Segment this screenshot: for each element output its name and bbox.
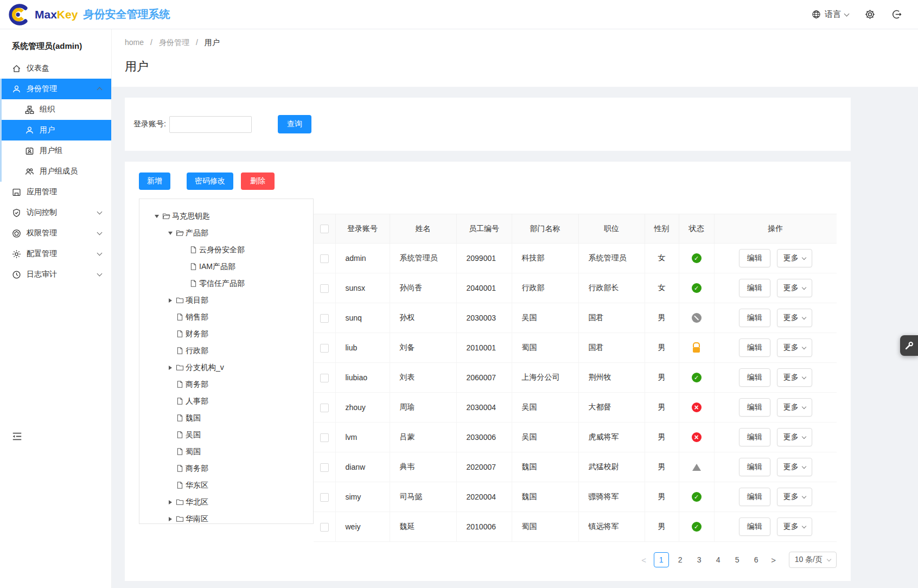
tree-node[interactable]: 华北区	[139, 494, 313, 510]
edit-button[interactable]: 编辑	[739, 428, 770, 446]
more-button[interactable]: 更多	[777, 249, 812, 267]
more-button[interactable]: 更多	[777, 338, 812, 357]
edit-button[interactable]: 编辑	[739, 488, 770, 506]
more-button[interactable]: 更多	[777, 368, 812, 387]
tree-node[interactable]: 人事部	[139, 393, 313, 410]
page-button-6[interactable]: 6	[749, 552, 764, 567]
more-button[interactable]: 更多	[777, 517, 812, 536]
edit-button[interactable]: 编辑	[739, 458, 770, 476]
sidebar-item-configuration[interactable]: 配置管理	[0, 244, 111, 264]
col-position: 职位	[578, 214, 645, 244]
login-account-input[interactable]	[169, 116, 252, 133]
row-checkbox[interactable]	[320, 523, 329, 532]
tree-node[interactable]: 华南区	[139, 510, 313, 524]
folder-open-icon	[162, 212, 170, 220]
tree-node[interactable]: IAM产品部	[139, 258, 313, 275]
select-all-checkbox[interactable]	[320, 225, 329, 233]
sidebar-item-identity[interactable]: 身份管理	[0, 79, 111, 99]
tree-node[interactable]: 销售部	[139, 309, 313, 325]
delete-button[interactable]: 删除	[241, 172, 275, 190]
tree-node[interactable]: 财务部	[139, 325, 313, 342]
sidebar-item-permissions[interactable]: 权限管理	[0, 223, 111, 244]
cell-department: 蜀国	[512, 333, 578, 363]
language-switcher[interactable]: 语言	[812, 9, 849, 20]
edit-button[interactable]: 编辑	[739, 398, 770, 417]
page-button-5[interactable]: 5	[730, 552, 745, 567]
edit-button[interactable]: 编辑	[739, 368, 770, 387]
more-button[interactable]: 更多	[777, 488, 812, 506]
row-checkbox[interactable]	[320, 284, 329, 293]
edit-button[interactable]: 编辑	[739, 279, 770, 297]
edit-button[interactable]: 编辑	[739, 249, 770, 267]
sidebar-item-access-control[interactable]: 访问控制	[0, 202, 111, 223]
page-button-4[interactable]: 4	[711, 552, 726, 567]
cell-position: 系统管理员	[578, 244, 645, 273]
sidebar-item-label: 身份管理	[27, 84, 57, 94]
row-checkbox[interactable]	[320, 374, 329, 382]
settings-button[interactable]	[865, 9, 875, 20]
cell-gender: 男	[645, 333, 679, 363]
chevron-down-icon	[802, 375, 806, 379]
tree-node[interactable]: 项目部	[139, 292, 313, 309]
change-password-button[interactable]: 密码修改	[187, 172, 233, 190]
prev-page-button[interactable]: <	[638, 555, 650, 565]
next-page-button[interactable]: >	[768, 555, 780, 565]
users-table: 登录账号 姓名 员工编号 部门名称 职位 性别 状态 操作	[314, 214, 837, 542]
row-checkbox[interactable]	[320, 433, 329, 442]
more-button[interactable]: 更多	[777, 398, 812, 417]
row-checkbox[interactable]	[320, 404, 329, 412]
edit-button[interactable]: 编辑	[739, 309, 770, 327]
tree-node[interactable]: 魏国	[139, 410, 313, 426]
tree-node[interactable]: 华东区	[139, 477, 313, 494]
edit-button[interactable]: 编辑	[739, 338, 770, 357]
query-button[interactable]: 查询	[278, 115, 311, 133]
breadcrumb-identity[interactable]: 身份管理	[159, 38, 189, 48]
caret-right-icon	[169, 298, 172, 303]
cell-name: 司马懿	[390, 482, 456, 512]
row-checkbox[interactable]	[320, 314, 329, 323]
more-button[interactable]: 更多	[777, 458, 812, 476]
sidebar-item-label: 应用管理	[27, 187, 57, 197]
page-button-2[interactable]: 2	[673, 552, 688, 567]
sidebar-item-audit-logs[interactable]: 日志审计	[0, 264, 111, 285]
sidebar-item-users[interactable]: 用户	[0, 120, 111, 140]
more-button[interactable]: 更多	[777, 279, 812, 297]
page-size-select[interactable]: 10 条/页	[789, 552, 837, 568]
breadcrumb-home[interactable]: home	[125, 38, 144, 48]
more-button[interactable]: 更多	[777, 428, 812, 446]
tree-node[interactable]: 蜀国	[139, 443, 313, 460]
tree-node[interactable]: 零信任产品部	[139, 275, 313, 292]
chevron-down-icon	[844, 11, 850, 16]
collapse-sidebar-button[interactable]	[12, 432, 22, 443]
tree-node[interactable]: 商务部	[139, 376, 313, 393]
row-checkbox[interactable]	[320, 254, 329, 263]
page-button-3[interactable]: 3	[692, 552, 707, 567]
tree-node[interactable]: 吴国	[139, 426, 313, 443]
tree-node[interactable]: 商务部	[139, 460, 313, 477]
tree-node-label: 华东区	[186, 481, 208, 490]
sidebar-item-organization[interactable]: 组织	[0, 99, 111, 120]
cell-department: 行政部	[512, 273, 578, 303]
sidebar-item-group-members[interactable]: 用户组成员	[0, 161, 111, 182]
table-row: admin 系统管理员 2099001 科技部 系统管理员 女 编辑更多	[314, 244, 837, 273]
tree-node[interactable]: 马克思钥匙	[139, 208, 313, 225]
row-checkbox[interactable]	[320, 463, 329, 472]
floating-tool-button[interactable]	[900, 335, 918, 356]
edit-button[interactable]: 编辑	[739, 517, 770, 536]
sidebar-item-applications[interactable]: 应用管理	[0, 182, 111, 202]
tree-node[interactable]: 云身份安全部	[139, 241, 313, 258]
tree-node[interactable]: 行政部	[139, 342, 313, 359]
logout-button[interactable]	[891, 9, 902, 20]
col-status: 状态	[679, 214, 714, 244]
add-button[interactable]: 新增	[139, 172, 170, 190]
tree-node[interactable]: 产品部	[139, 225, 313, 241]
more-button[interactable]: 更多	[777, 309, 812, 327]
cell-employee-no: 2099001	[456, 244, 512, 273]
sidebar-item-user-groups[interactable]: 用户组	[0, 140, 111, 161]
sidebar-item-dashboard[interactable]: 仪表盘	[0, 58, 111, 79]
row-checkbox[interactable]	[320, 493, 329, 502]
row-checkbox[interactable]	[320, 344, 329, 353]
page-button-1[interactable]: 1	[654, 552, 669, 567]
tree-node[interactable]: 分支机构_v	[139, 359, 313, 376]
cell-gender: 男	[645, 512, 679, 542]
